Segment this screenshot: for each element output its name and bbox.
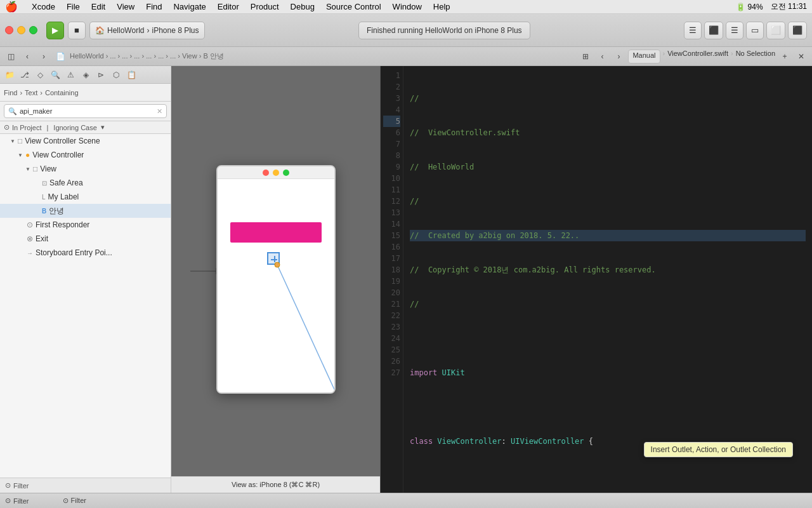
add-editor-btn[interactable]: + (778, 50, 792, 64)
menu-xcode[interactable]: Xcode (32, 2, 55, 11)
apple-icon[interactable]: 🍎 (5, 1, 18, 13)
view-as-label[interactable]: View as: iPhone 8 (⌘C ⌘R) (232, 481, 320, 489)
no-selection-label[interactable]: No Selection (736, 50, 775, 64)
tree-safe-area[interactable]: ⊡ Safe Area (0, 176, 171, 190)
breadcrumb-sep1: › (663, 50, 665, 64)
ignoring-case-label[interactable]: Ignoring Case (53, 124, 97, 131)
status-message: Finished running HelloWorld on iPhone 8 … (358, 22, 530, 39)
next-issue-btn[interactable]: › (612, 50, 625, 64)
menu-debug[interactable]: Debug (291, 2, 315, 11)
navigator-toggle[interactable]: ☰ (684, 22, 702, 39)
tree-view-controller-scene[interactable]: ▼ □ View Controller Scene (0, 134, 171, 148)
search-scope: ⊙ In Project | Ignoring Case ▾ (0, 121, 171, 134)
inspector-toggle[interactable]: ☰ (726, 22, 743, 39)
prev-issue-btn[interactable]: ‹ (595, 50, 609, 64)
search-nav-tab[interactable]: 🔍 (48, 68, 62, 82)
folder-nav-tab[interactable]: 📁 (3, 68, 16, 82)
project-scheme[interactable]: 🏠 HelloWorld › iPhone 8 Plus (89, 22, 205, 39)
source-control-tab[interactable]: ⎇ (18, 68, 32, 82)
filter-label: Filter (13, 482, 29, 490)
tree-first-responder[interactable]: ⊙ First Responder (0, 218, 171, 232)
menu-window[interactable]: Window (393, 2, 422, 11)
issues-nav-tab[interactable]: ⚠ (63, 68, 77, 82)
recent-files-btn[interactable]: 📄 (53, 50, 67, 64)
menu-editor[interactable]: Editor (218, 2, 239, 11)
main-area: 📁 ⎇ ◇ 🔍 ⚠ ◈ ⊳ ⬡ 📋 Find › Text › Containi… (0, 66, 812, 493)
pink-button-label[interactable] (230, 222, 322, 243)
bottom-filter-icon: ⊙ (5, 497, 11, 505)
breakpoint-tab[interactable]: ⬡ (109, 68, 123, 82)
svg-line-0 (277, 265, 334, 394)
move-handle[interactable] (267, 252, 280, 265)
menu-bar: 🍎 Xcode File Edit View Find Navigate Edi… (0, 0, 812, 14)
scope-indicator: ⊙ (4, 123, 10, 131)
canvas-area: View as: iPhone 8 (⌘C ⌘R) (171, 66, 381, 493)
menu-help[interactable]: Help (433, 2, 450, 11)
tree-exit[interactable]: ⊗ Exit (0, 232, 171, 246)
menu-view[interactable]: View (117, 2, 134, 11)
scheme-icon: 🏠 (95, 26, 105, 35)
breadcrumb-sep2: › (40, 89, 43, 97)
code-editor: 1234 5 678910 1112131415 1617181920 2122… (381, 66, 812, 493)
minimize-button[interactable] (17, 26, 25, 34)
arrow-line (190, 271, 216, 272)
clear-search-btn[interactable]: ✕ (157, 107, 162, 116)
stop-button[interactable]: ■ (68, 22, 86, 39)
expand-icon: ▼ (25, 166, 30, 172)
debug-nav-tab[interactable]: ⊳ (94, 68, 108, 82)
iphone-mockup (216, 165, 336, 394)
maximize-button[interactable] (29, 26, 37, 34)
navigator-panel: 📁 ⎇ ◇ 🔍 ⚠ ◈ ⊳ ⬡ 📋 Find › Text › Containi… (0, 66, 171, 493)
code-area[interactable]: // // ViewController.swift // HelloWorld… (403, 66, 812, 493)
bottom-status-bar: ⊙ Filter ⊙ Filter (0, 493, 812, 508)
menu-edit[interactable]: Edit (91, 2, 105, 11)
play-button[interactable]: ▶ (46, 22, 64, 39)
tooltip-text: Insert Outlet, Action, or Outlet Collect… (651, 445, 786, 454)
report-nav-tab[interactable]: 📋 (124, 68, 138, 82)
test-nav-tab[interactable]: ◈ (79, 68, 93, 82)
breadcrumb-sep2: › (731, 50, 733, 64)
menu-source-control[interactable]: Source Control (326, 2, 381, 11)
menu-file[interactable]: File (67, 2, 80, 11)
main-toolbar: ▶ ■ 🏠 HelloWorld › iPhone 8 Plus Finishe… (0, 14, 812, 47)
search-value: api_maker (20, 107, 52, 115)
symbol-nav-tab[interactable]: ◇ (33, 68, 47, 82)
menu-bar-right: 🔋 94% 오전 11:31 (736, 1, 807, 12)
file-tree: ▼ □ View Controller Scene ▼ ● View Contr… (0, 134, 171, 478)
menu-navigate[interactable]: Navigate (173, 2, 206, 11)
breadcrumb-sep: › (20, 89, 22, 97)
tree-storyboard-entry[interactable]: → Storyboard Entry Poi... (0, 246, 171, 260)
search-box[interactable]: 🔍 api_maker ✕ (4, 104, 167, 118)
back-btn[interactable]: ‹ (20, 50, 34, 64)
search-icon: 🔍 (8, 107, 17, 116)
debug-toggle[interactable]: ⬛ (704, 22, 723, 39)
menu-find[interactable]: Find (146, 2, 162, 11)
tree-view[interactable]: ▼ □ View (0, 162, 171, 176)
close-editor-btn[interactable]: ✕ (794, 50, 808, 64)
tree-my-label[interactable]: L My Label (0, 190, 171, 204)
close-button[interactable] (5, 26, 13, 34)
viewcontroller-swift-label[interactable]: ViewController.swift (667, 50, 728, 64)
in-project-label[interactable]: In Project (12, 124, 41, 131)
tree-annyeong[interactable]: B 안녕 (0, 204, 171, 218)
tree-item-label: First Responder (36, 220, 89, 229)
grid-view-btn[interactable]: ⊞ (579, 50, 593, 64)
tree-item-label: My Label (48, 192, 79, 201)
layout-single[interactable]: ▭ (746, 22, 764, 39)
forward-btn[interactable]: › (37, 50, 51, 64)
layout-split[interactable]: ⬜ (766, 22, 785, 39)
show-navigator-btn[interactable]: ◫ (4, 50, 18, 64)
tree-item-label: View Controller (32, 150, 84, 159)
find-bar: Find › Text › Containing (0, 84, 171, 102)
tree-view-controller[interactable]: ▼ ● View Controller (0, 148, 171, 162)
manual-label[interactable]: Manual (628, 50, 660, 64)
canvas-content (171, 66, 380, 493)
battery-indicator: 🔋 94% (736, 3, 763, 11)
menu-product[interactable]: Product (251, 2, 279, 11)
tree-item-label: 안녕 (49, 206, 64, 217)
iphone-max-btn (283, 170, 289, 176)
chevron-icon: › (147, 26, 149, 35)
layout-assistant[interactable]: ⬛ (788, 22, 807, 39)
vc-icon: ● (25, 150, 30, 159)
scene-icon: □ (18, 137, 22, 145)
